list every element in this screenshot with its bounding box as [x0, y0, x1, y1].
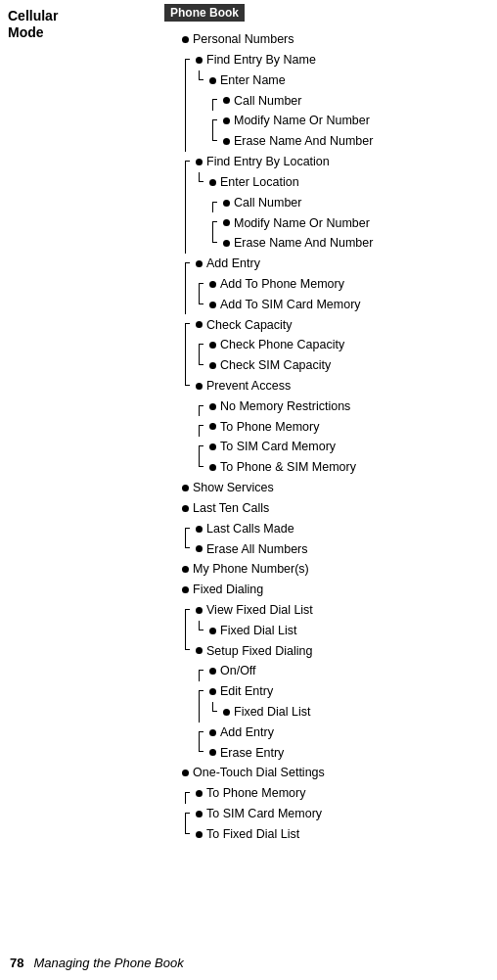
- item-label: Erase Name And Number: [234, 131, 373, 152]
- bullet-icon: [196, 57, 203, 64]
- item-label: Show Services: [193, 478, 274, 498]
- bullet-icon: [209, 668, 216, 675]
- item-label: Modify Name Or Number: [234, 111, 370, 131]
- list-item: Fixed Dial List: [196, 621, 491, 641]
- item-label: Enter Location: [220, 172, 299, 193]
- item-label: Enter Name: [220, 70, 286, 91]
- bullet-icon: [209, 749, 216, 756]
- bullet-icon: [196, 321, 203, 328]
- bullet-icon: [223, 97, 230, 104]
- bullet-icon: [223, 138, 230, 145]
- item-label: Fixed Dialing: [193, 580, 263, 600]
- item-label: Prevent Access: [206, 376, 291, 397]
- bullet-icon: [209, 729, 216, 736]
- item-label: Modify Name Or Number: [234, 213, 370, 234]
- bullet-icon: [209, 77, 216, 84]
- item-label: To SIM Card Memory: [206, 804, 322, 824]
- page-footer: 78 Managing the Phone Book: [0, 956, 497, 970]
- list-item: Check SIM Capacity: [196, 355, 491, 376]
- page-label: Phone Book: [164, 4, 245, 22]
- item-label: Fixed Dial List: [220, 621, 297, 641]
- list-item: Fixed DialingView Fixed Dial ListFixed D…: [168, 580, 491, 763]
- list-item: Add EntryAdd To Phone MemoryAdd To SIM C…: [182, 254, 491, 314]
- item-label: Edit Entry: [220, 681, 273, 702]
- bullet-icon: [182, 566, 189, 573]
- item-label: Erase Entry: [220, 743, 284, 764]
- list-item: Check Phone Capacity: [196, 335, 491, 355]
- list-item: Erase All Numbers: [182, 538, 491, 559]
- item-label: Erase All Numbers: [206, 539, 308, 560]
- item-label: On/Off: [220, 661, 256, 681]
- footer-text: Managing the Phone Book: [33, 956, 183, 970]
- item-label: Check Phone Capacity: [220, 335, 344, 355]
- bullet-icon: [209, 179, 216, 186]
- item-label: To SIM Card Memory: [220, 437, 336, 457]
- bullet-icon: [196, 647, 203, 654]
- list-item: Call Number: [209, 90, 491, 111]
- bullet-icon: [209, 464, 216, 471]
- list-item: No Memory Restrictions: [196, 397, 491, 417]
- item-label: View Fixed Dial List: [206, 600, 313, 621]
- page-number: 78: [10, 956, 23, 970]
- phone-book-tree: Personal NumbersFind Entry By NameEnter …: [164, 27, 493, 847]
- item-label: Find Entry By Location: [206, 152, 330, 172]
- item-label: Check SIM Capacity: [220, 355, 331, 376]
- list-item: Erase Name And Number: [209, 131, 491, 152]
- bullet-icon: [209, 362, 216, 369]
- list-item: Erase Entry: [196, 742, 491, 763]
- item-label: Last Calls Made: [206, 519, 294, 539]
- item-label: Setup Fixed Dialing: [206, 641, 312, 662]
- item-label: Personal Numbers: [193, 29, 294, 50]
- list-item: Last Calls Made: [182, 519, 491, 539]
- item-label: Check Capacity: [206, 315, 293, 336]
- list-item: Find Entry By NameEnter NameCall NumberM…: [182, 50, 491, 152]
- list-item: Fixed Dial List: [209, 702, 491, 723]
- item-label: Call Number: [234, 193, 301, 213]
- bullet-icon: [209, 302, 216, 308]
- list-item: Personal NumbersFind Entry By NameEnter …: [168, 29, 491, 478]
- list-item: Add To SIM Card Memory: [196, 295, 491, 315]
- bullet-icon: [209, 342, 216, 349]
- item-label: Call Number: [234, 91, 301, 112]
- item-label: Add Entry: [220, 723, 274, 743]
- list-item: Find Entry By LocationEnter LocationCall…: [182, 152, 491, 254]
- bullet-icon: [223, 219, 230, 226]
- list-item: To Phone & SIM Memory: [196, 457, 491, 478]
- list-item: Enter LocationCall NumberModify Name Or …: [196, 172, 491, 254]
- item-label: Find Entry By Name: [206, 50, 316, 70]
- list-item: Add Entry: [196, 723, 491, 743]
- list-item: Show Services: [168, 478, 491, 498]
- item-label: Add To Phone Memory: [220, 274, 344, 295]
- bullet-icon: [196, 526, 203, 533]
- list-item: Enter NameCall NumberModify Name Or Numb…: [196, 70, 491, 152]
- bullet-icon: [196, 831, 203, 838]
- list-item: Last Ten CallsLast Calls MadeErase All N…: [168, 498, 491, 559]
- bullet-icon: [182, 505, 189, 512]
- bullet-icon: [196, 607, 203, 614]
- item-label: Add To SIM Card Memory: [220, 295, 361, 315]
- list-item: Modify Name Or Number: [209, 212, 491, 233]
- bullet-icon: [196, 811, 203, 817]
- bullet-icon: [196, 159, 203, 165]
- bullet-icon: [223, 709, 230, 716]
- list-item: Add To Phone Memory: [196, 274, 491, 295]
- item-label: My Phone Number(s): [193, 559, 309, 580]
- list-item: To Fixed Dial List: [182, 824, 491, 845]
- item-label: Fixed Dial List: [234, 702, 311, 723]
- item-label: Erase Name And Number: [234, 233, 373, 254]
- bullet-icon: [196, 790, 203, 797]
- bullet-icon: [182, 485, 189, 491]
- list-item: Modify Name Or Number: [209, 111, 491, 131]
- bullet-icon: [223, 200, 230, 207]
- item-label: Last Ten Calls: [193, 498, 269, 519]
- bullet-icon: [223, 240, 230, 247]
- item-label: To Phone Memory: [206, 783, 305, 804]
- bullet-icon: [209, 628, 216, 634]
- list-item: Setup Fixed DialingOn/OffEdit EntryFixed…: [182, 640, 491, 763]
- list-item: Check CapacityCheck Phone CapacityCheck …: [182, 314, 491, 375]
- bullet-icon: [209, 688, 216, 695]
- bullet-icon: [209, 443, 216, 450]
- item-label: To Phone & SIM Memory: [220, 457, 356, 478]
- bullet-icon: [182, 586, 189, 593]
- list-item: One-Touch Dial SettingsTo Phone MemoryTo…: [168, 763, 491, 844]
